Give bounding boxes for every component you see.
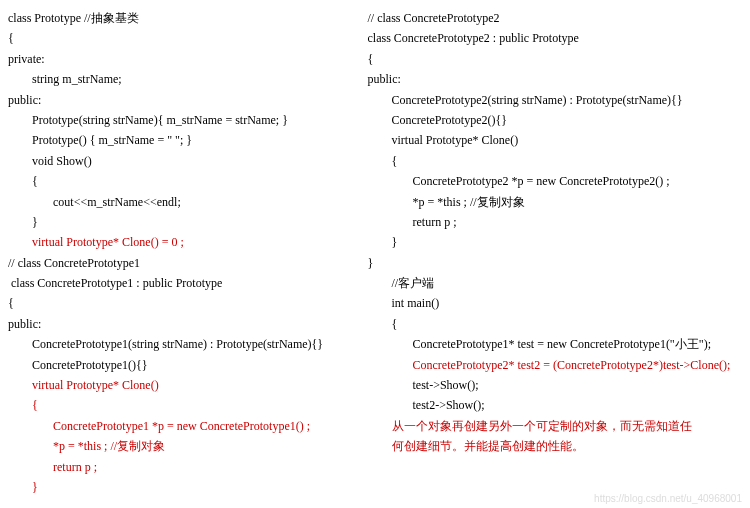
code-line: ConcretePrototype2 *p = new ConcreteProt…: [368, 171, 743, 191]
code-line: Prototype(string strName){ m_strName = s…: [8, 110, 368, 130]
code-line: cout<<m_strName<<endl;: [8, 192, 368, 212]
code-line: class ConcretePrototype1 : public Protot…: [8, 273, 368, 293]
code-line: {: [368, 49, 743, 69]
code-line: string m_strName;: [8, 69, 368, 89]
code-line: {: [368, 314, 743, 334]
code-line: // class ConcretePrototype1: [8, 253, 368, 273]
code-line: // class ConcretePrototype2: [368, 8, 743, 28]
code-line: //客户端: [368, 273, 743, 293]
left-code-column: class Prototype //抽象基类 { private: string…: [0, 0, 368, 508]
right-code-column: // class ConcretePrototype2 class Concre…: [368, 0, 751, 508]
code-line-highlight: virtual Prototype* Clone() = 0 ;: [8, 232, 368, 252]
code-line: {: [8, 28, 368, 48]
code-line: virtual Prototype* Clone(): [368, 130, 743, 150]
code-line: ConcretePrototype2(string strName) : Pro…: [368, 90, 743, 110]
code-line: test2->Show();: [368, 395, 743, 415]
code-line: class Prototype //抽象基类: [8, 8, 368, 28]
code-line-highlight: virtual Prototype* Clone(): [8, 375, 368, 395]
code-line-highlight: ConcretePrototype1 *p = new ConcreteProt…: [8, 416, 368, 436]
code-line: test->Show();: [368, 375, 743, 395]
code-line: public:: [8, 90, 368, 110]
code-line: {: [8, 293, 368, 313]
code-line: ConcretePrototype1(string strName) : Pro…: [8, 334, 368, 354]
code-line: int main(): [368, 293, 743, 313]
code-line: Prototype() { m_strName = " "; }: [8, 130, 368, 150]
summary-line: 从一个对象再创建另外一个可定制的对象，而无需知道任: [368, 416, 743, 436]
code-line: public:: [368, 69, 743, 89]
code-line-highlight: }: [8, 477, 368, 497]
code-line: }: [8, 212, 368, 232]
code-line: ConcretePrototype1* test = new ConcreteP…: [368, 334, 743, 354]
code-line: public:: [8, 314, 368, 334]
code-line: class ConcretePrototype2 : public Protot…: [368, 28, 743, 48]
code-line: }: [368, 232, 743, 252]
code-line: {: [368, 151, 743, 171]
watermark: https://blog.csdn.net/u_40968001: [594, 493, 742, 504]
code-line: private:: [8, 49, 368, 69]
code-line: {: [8, 171, 368, 191]
code-line: return p ;: [368, 212, 743, 232]
summary-line: 何创建细节。并能提高创建的性能。: [368, 436, 743, 456]
code-line: *p = *this ; //复制对象: [368, 192, 743, 212]
code-line-highlight: ConcretePrototype2* test2 = (ConcretePro…: [368, 355, 743, 375]
code-line: void Show(): [8, 151, 368, 171]
code-line-highlight: *p = *this ; //复制对象: [8, 436, 368, 456]
code-line: }: [368, 253, 743, 273]
code-line: ConcretePrototype2(){}: [368, 110, 743, 130]
code-line: ConcretePrototype1(){}: [8, 355, 368, 375]
code-line-highlight: return p ;: [8, 457, 368, 477]
code-line-highlight: {: [8, 395, 368, 415]
